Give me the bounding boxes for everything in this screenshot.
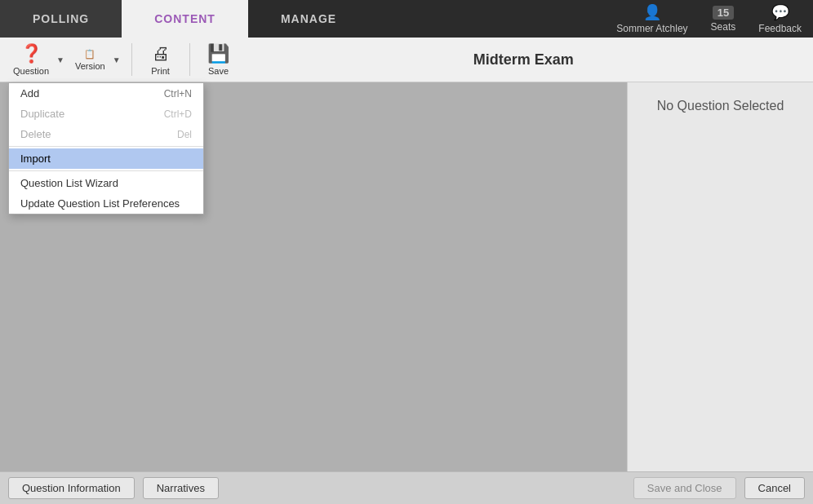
nav-polling[interactable]: POLLING: [0, 0, 122, 38]
question-detail-panel: No Question Selected: [627, 82, 813, 471]
nav-content[interactable]: CONTENT: [122, 0, 248, 38]
toolbar-separator-1: [131, 43, 132, 76]
toolbar-separator-2: [189, 43, 190, 76]
version-icon: 📋: [84, 49, 96, 60]
question-information-button[interactable]: Question Information: [8, 477, 135, 499]
nav-seats[interactable]: 15 Seats: [700, 6, 748, 33]
nav-manage[interactable]: MANAGE: [248, 0, 369, 38]
menu-item-update-prefs[interactable]: Update Question List Preferences: [9, 193, 203, 214]
nav-user-area: 👤 Sommer Atchley 15 Seats 💬 Feedback: [605, 0, 813, 38]
nav-spacer: [369, 0, 605, 38]
menu-divider-1: [9, 146, 203, 147]
exam-title: Midterm Exam: [242, 51, 805, 69]
print-button[interactable]: 🖨 Print: [140, 40, 181, 79]
print-icon: 🖨: [152, 43, 170, 64]
menu-item-duplicate: Duplicate Ctrl+D: [9, 104, 203, 124]
menu-item-add[interactable]: Add Ctrl+N: [9, 83, 203, 104]
toolbar: ❓ Question ▼ 📋 Version ▼ 🖨 Print 💾 Save …: [0, 38, 813, 82]
question-dropdown-arrow[interactable]: ▼: [54, 40, 67, 79]
feedback-icon: 💬: [771, 3, 789, 21]
save-icon: 💾: [207, 43, 229, 64]
save-and-close-button[interactable]: Save and Close: [633, 477, 736, 499]
question-icon: ❓: [20, 43, 42, 64]
menu-item-delete: Delete Del: [9, 124, 203, 144]
menu-item-import[interactable]: Import: [9, 148, 203, 169]
cancel-button[interactable]: Cancel: [744, 477, 805, 499]
menu-item-question-list-wizard[interactable]: Question List Wizard: [9, 173, 203, 193]
question-button[interactable]: ❓ Question: [8, 40, 54, 79]
version-dropdown-arrow[interactable]: ▼: [110, 46, 123, 74]
user-icon: 👤: [643, 3, 661, 21]
question-btn-group: ❓ Question ▼: [8, 40, 67, 79]
question-dropdown-menu: Add Ctrl+N Duplicate Ctrl+D Delete Del I…: [8, 82, 204, 214]
version-btn-group: 📋 Version ▼: [70, 46, 123, 74]
narratives-button[interactable]: Narratives: [143, 477, 219, 499]
top-navigation: POLLING CONTENT MANAGE 👤 Sommer Atchley …: [0, 0, 813, 38]
bottom-bar: Question Information Narratives Save and…: [0, 471, 813, 504]
save-button[interactable]: 💾 Save: [198, 40, 239, 79]
nav-user-profile[interactable]: 👤 Sommer Atchley: [605, 3, 699, 34]
version-button[interactable]: 📋 Version: [70, 46, 110, 74]
nav-feedback[interactable]: 💬 Feedback: [747, 3, 813, 34]
menu-divider-2: [9, 170, 203, 171]
